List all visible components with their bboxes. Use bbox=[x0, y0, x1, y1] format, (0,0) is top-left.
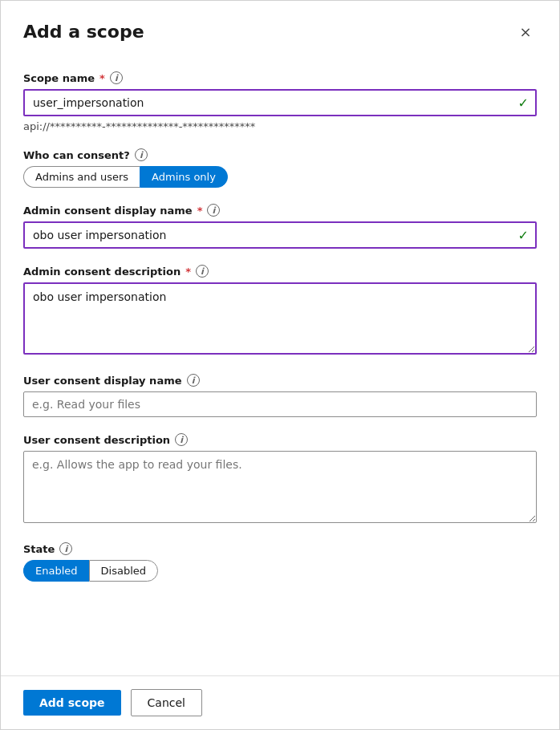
user-consent-description-label: User consent description i bbox=[23, 433, 537, 446]
scope-name-input[interactable] bbox=[23, 89, 537, 116]
user-consent-display-name-info-icon[interactable]: i bbox=[187, 374, 200, 387]
user-consent-display-name-group: User consent display name i bbox=[23, 374, 537, 417]
admin-consent-display-name-input[interactable] bbox=[23, 221, 537, 249]
scope-name-info-icon[interactable]: i bbox=[110, 71, 123, 84]
admin-consent-display-name-label: Admin consent display name * i bbox=[23, 204, 537, 217]
admin-consent-description-textarea[interactable]: obo user impersonation bbox=[23, 282, 537, 355]
required-star: * bbox=[99, 72, 105, 84]
admin-consent-description-group: Admin consent description * i obo user i… bbox=[23, 265, 537, 358]
enabled-button[interactable]: Enabled bbox=[23, 560, 89, 582]
dialog-header: Add a scope × bbox=[1, 1, 559, 55]
user-consent-description-info-icon[interactable]: i bbox=[175, 433, 188, 446]
admin-consent-description-info-icon[interactable]: i bbox=[196, 265, 209, 278]
api-url-text: api://**********-**************-********… bbox=[23, 120, 537, 132]
admin-consent-description-label: Admin consent description * i bbox=[23, 265, 537, 278]
disabled-button[interactable]: Disabled bbox=[89, 560, 158, 582]
dialog-body: Scope name * i ✓ api://**********-******… bbox=[1, 55, 559, 675]
admin-consent-display-name-check-icon: ✓ bbox=[518, 228, 529, 243]
who-can-consent-info-icon[interactable]: i bbox=[135, 148, 148, 161]
state-group: State i Enabled Disabled bbox=[23, 542, 537, 582]
who-can-consent-group: Who can consent? i Admins and users Admi… bbox=[23, 148, 537, 188]
user-consent-description-textarea[interactable] bbox=[23, 451, 537, 523]
required-star-3: * bbox=[185, 266, 191, 278]
user-consent-display-name-input[interactable] bbox=[23, 391, 537, 417]
scope-name-check-icon: ✓ bbox=[518, 95, 529, 111]
admins-only-button[interactable]: Admins only bbox=[140, 166, 228, 188]
user-consent-display-name-label: User consent display name i bbox=[23, 374, 537, 387]
required-star-2: * bbox=[197, 205, 203, 217]
admin-consent-display-name-input-wrapper: ✓ bbox=[23, 221, 537, 249]
add-scope-button[interactable]: Add scope bbox=[23, 690, 121, 716]
admins-and-users-button[interactable]: Admins and users bbox=[23, 166, 140, 188]
state-toggle: Enabled Disabled bbox=[23, 560, 537, 582]
scope-name-label: Scope name * i bbox=[23, 71, 537, 84]
scope-name-group: Scope name * i ✓ api://**********-******… bbox=[23, 71, 537, 132]
who-can-consent-label: Who can consent? i bbox=[23, 148, 537, 161]
dialog-title: Add a scope bbox=[23, 22, 144, 42]
admin-consent-display-name-group: Admin consent display name * i ✓ bbox=[23, 204, 537, 249]
scope-name-input-wrapper: ✓ bbox=[23, 89, 537, 116]
who-can-consent-toggle: Admins and users Admins only bbox=[23, 166, 537, 188]
add-scope-dialog: Add a scope × Scope name * i ✓ api://***… bbox=[0, 0, 560, 730]
dialog-footer: Add scope Cancel bbox=[1, 675, 559, 729]
admin-consent-display-name-info-icon[interactable]: i bbox=[207, 204, 220, 217]
state-label: State i bbox=[23, 542, 537, 555]
close-button[interactable]: × bbox=[514, 20, 537, 43]
state-info-icon[interactable]: i bbox=[59, 542, 72, 555]
user-consent-description-group: User consent description i bbox=[23, 433, 537, 526]
cancel-button[interactable]: Cancel bbox=[131, 689, 202, 716]
